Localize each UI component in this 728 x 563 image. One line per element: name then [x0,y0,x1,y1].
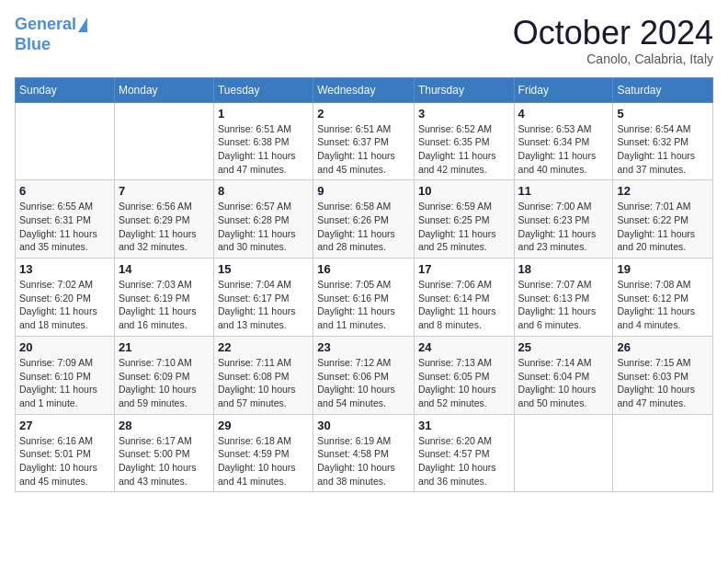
day-number: 24 [418,340,510,354]
day-number: 3 [418,107,510,121]
day-info: Sunrise: 7:14 AM Sunset: 6:04 PM Dayligh… [518,356,609,410]
day-info: Sunrise: 7:02 AM Sunset: 6:20 PM Dayligh… [19,278,110,332]
calendar-cell: 31Sunrise: 6:20 AM Sunset: 4:57 PM Dayli… [414,414,514,492]
day-info: Sunrise: 7:10 AM Sunset: 6:09 PM Dayligh… [119,356,210,410]
calendar-cell [514,414,613,492]
day-info: Sunrise: 6:58 AM Sunset: 6:26 PM Dayligh… [317,200,410,254]
day-info: Sunrise: 7:04 AM Sunset: 6:17 PM Dayligh… [218,278,309,332]
calendar-cell: 10Sunrise: 6:59 AM Sunset: 6:25 PM Dayli… [414,180,514,259]
calendar-cell: 8Sunrise: 6:57 AM Sunset: 6:28 PM Daylig… [213,180,313,259]
day-info: Sunrise: 7:12 AM Sunset: 6:06 PM Dayligh… [317,356,410,410]
day-number: 6 [19,184,110,198]
logo-text2: Blue [15,35,87,55]
day-number: 18 [518,262,609,276]
day-number: 9 [317,184,410,198]
calendar-cell: 27Sunrise: 6:16 AM Sunset: 5:01 PM Dayli… [16,414,115,492]
calendar-cell: 28Sunrise: 6:17 AM Sunset: 5:00 PM Dayli… [114,414,213,492]
day-number: 30 [317,419,410,432]
day-info: Sunrise: 6:57 AM Sunset: 6:28 PM Dayligh… [218,200,309,254]
logo: General Blue [15,15,87,54]
day-info: Sunrise: 6:54 AM Sunset: 6:32 PM Dayligh… [617,122,709,177]
day-number: 5 [617,107,709,121]
calendar-week-row: 27Sunrise: 6:16 AM Sunset: 5:01 PM Dayli… [16,414,713,492]
calendar-cell: 9Sunrise: 6:58 AM Sunset: 6:26 PM Daylig… [313,180,415,259]
calendar-week-row: 6Sunrise: 6:55 AM Sunset: 6:31 PM Daylig… [16,180,713,259]
calendar-header-row: SundayMondayTuesdayWednesdayThursdayFrid… [16,77,713,102]
calendar-cell: 3Sunrise: 6:52 AM Sunset: 6:35 PM Daylig… [414,102,514,180]
day-number: 4 [518,107,609,121]
day-info: Sunrise: 6:18 AM Sunset: 4:59 PM Dayligh… [218,434,309,488]
calendar-cell: 21Sunrise: 7:10 AM Sunset: 6:09 PM Dayli… [114,336,213,414]
day-number: 27 [19,419,110,432]
day-info: Sunrise: 6:51 AM Sunset: 6:37 PM Dayligh… [317,122,410,177]
day-info: Sunrise: 6:52 AM Sunset: 6:35 PM Dayligh… [418,122,510,177]
day-number: 19 [617,262,709,276]
day-info: Sunrise: 6:17 AM Sunset: 5:00 PM Dayligh… [119,434,210,488]
calendar-cell: 4Sunrise: 6:53 AM Sunset: 6:34 PM Daylig… [514,102,613,180]
day-info: Sunrise: 7:11 AM Sunset: 6:08 PM Dayligh… [218,356,309,410]
calendar-cell: 30Sunrise: 6:19 AM Sunset: 4:58 PM Dayli… [313,414,415,492]
month-title: October 2024 [513,15,713,52]
calendar-cell: 25Sunrise: 7:14 AM Sunset: 6:04 PM Dayli… [514,336,613,414]
calendar-cell: 24Sunrise: 7:13 AM Sunset: 6:05 PM Dayli… [414,336,514,414]
day-number: 29 [218,419,309,432]
calendar-header-wednesday: Wednesday [313,77,415,102]
title-section: October 2024 Canolo, Calabria, Italy [513,15,713,66]
day-number: 28 [119,419,210,432]
calendar-header-sunday: Sunday [16,77,115,102]
day-number: 17 [418,262,510,276]
calendar-cell: 18Sunrise: 7:07 AM Sunset: 6:13 PM Dayli… [514,259,613,337]
day-number: 26 [617,340,709,354]
day-info: Sunrise: 6:56 AM Sunset: 6:29 PM Dayligh… [119,200,210,254]
day-info: Sunrise: 7:08 AM Sunset: 6:12 PM Dayligh… [617,278,709,332]
day-info: Sunrise: 7:13 AM Sunset: 6:05 PM Dayligh… [418,356,510,410]
calendar-cell: 29Sunrise: 6:18 AM Sunset: 4:59 PM Dayli… [213,414,313,492]
day-number: 16 [317,262,410,276]
day-number: 21 [119,340,210,354]
day-info: Sunrise: 7:06 AM Sunset: 6:14 PM Dayligh… [418,278,510,332]
day-info: Sunrise: 7:07 AM Sunset: 6:13 PM Dayligh… [518,278,609,332]
day-number: 20 [19,340,110,354]
location-subtitle: Canolo, Calabria, Italy [513,52,713,66]
day-info: Sunrise: 7:05 AM Sunset: 6:16 PM Dayligh… [317,278,410,332]
day-info: Sunrise: 7:09 AM Sunset: 6:10 PM Dayligh… [19,356,110,410]
calendar-cell: 22Sunrise: 7:11 AM Sunset: 6:08 PM Dayli… [213,336,313,414]
calendar-header-monday: Monday [114,77,213,102]
day-info: Sunrise: 7:03 AM Sunset: 6:19 PM Dayligh… [119,278,210,332]
day-info: Sunrise: 7:00 AM Sunset: 6:23 PM Dayligh… [518,200,609,254]
calendar-cell: 26Sunrise: 7:15 AM Sunset: 6:03 PM Dayli… [613,336,713,414]
day-number: 12 [617,184,709,198]
calendar-table: SundayMondayTuesdayWednesdayThursdayFrid… [15,77,713,493]
calendar-header-thursday: Thursday [414,77,514,102]
day-number: 13 [19,262,110,276]
day-number: 15 [218,262,309,276]
calendar-cell: 20Sunrise: 7:09 AM Sunset: 6:10 PM Dayli… [16,336,115,414]
day-info: Sunrise: 6:51 AM Sunset: 6:38 PM Dayligh… [218,122,309,177]
day-info: Sunrise: 6:20 AM Sunset: 4:57 PM Dayligh… [418,434,510,488]
calendar-cell: 19Sunrise: 7:08 AM Sunset: 6:12 PM Dayli… [613,259,713,337]
calendar-cell: 14Sunrise: 7:03 AM Sunset: 6:19 PM Dayli… [114,259,213,337]
calendar-cell: 5Sunrise: 6:54 AM Sunset: 6:32 PM Daylig… [613,102,713,180]
day-number: 11 [518,184,609,198]
calendar-week-row: 20Sunrise: 7:09 AM Sunset: 6:10 PM Dayli… [16,336,713,414]
page-header: General Blue October 2024 Canolo, Calabr… [15,15,713,66]
calendar-cell: 1Sunrise: 6:51 AM Sunset: 6:38 PM Daylig… [213,102,313,180]
calendar-cell: 6Sunrise: 6:55 AM Sunset: 6:31 PM Daylig… [16,180,115,259]
day-number: 2 [317,107,410,121]
calendar-header-tuesday: Tuesday [213,77,313,102]
day-info: Sunrise: 7:01 AM Sunset: 6:22 PM Dayligh… [617,200,709,254]
calendar-week-row: 13Sunrise: 7:02 AM Sunset: 6:20 PM Dayli… [16,259,713,337]
day-info: Sunrise: 6:16 AM Sunset: 5:01 PM Dayligh… [19,434,110,488]
calendar-cell: 11Sunrise: 7:00 AM Sunset: 6:23 PM Dayli… [514,180,613,259]
calendar-cell: 17Sunrise: 7:06 AM Sunset: 6:14 PM Dayli… [414,259,514,337]
calendar-cell [114,102,213,180]
day-info: Sunrise: 6:59 AM Sunset: 6:25 PM Dayligh… [418,200,510,254]
day-number: 25 [518,340,609,354]
day-number: 10 [418,184,510,198]
calendar-cell: 15Sunrise: 7:04 AM Sunset: 6:17 PM Dayli… [213,259,313,337]
calendar-cell: 13Sunrise: 7:02 AM Sunset: 6:20 PM Dayli… [16,259,115,337]
day-info: Sunrise: 6:55 AM Sunset: 6:31 PM Dayligh… [19,200,110,254]
calendar-header-saturday: Saturday [613,77,713,102]
day-number: 1 [218,107,309,121]
day-number: 31 [418,419,510,432]
